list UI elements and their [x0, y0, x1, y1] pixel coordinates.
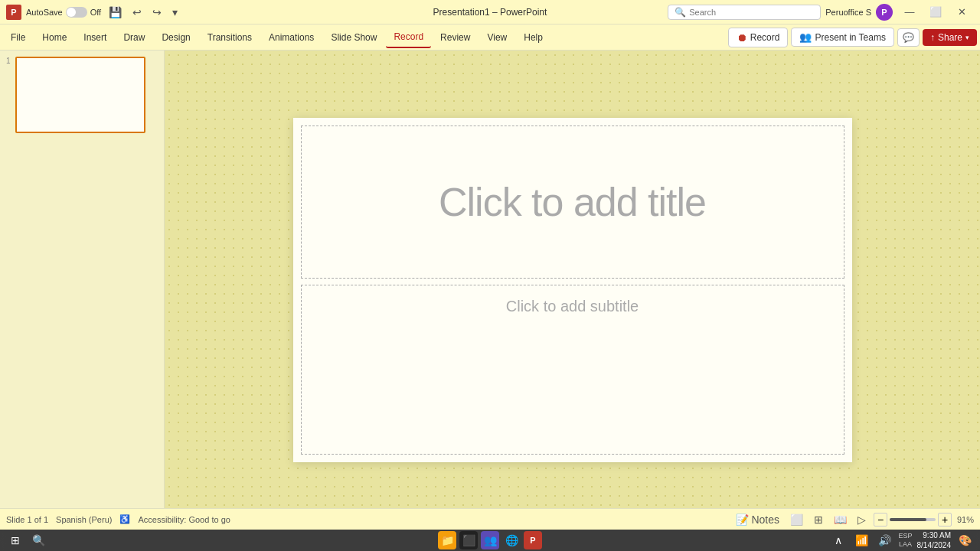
tab-view[interactable]: View: [479, 28, 514, 47]
taskbar-powerpoint[interactable]: P: [524, 531, 542, 549]
minimize-button[interactable]: —: [897, 3, 922, 21]
status-bar: Slide 1 of 1 Spanish (Peru) ♿ Accessibil…: [0, 508, 980, 530]
zoom-control: − + 91%: [874, 513, 974, 527]
ribbon-actions: ⏺ Record 👥 Present in Teams 💬 ↑ Share ▾: [728, 28, 977, 47]
language-info: Spanish (Peru): [56, 515, 112, 524]
taskbar: ⊞ 🔍 📁 ⬛ 👥 🌐 P ∧ 📶 🔊 ESPLAA 9:30 AM 8/14/…: [0, 530, 980, 551]
taskbar-language: ESPLAA: [898, 532, 912, 549]
main-area: 1 Click to add title Click to add subtit…: [0, 51, 980, 530]
redo-button[interactable]: ↪: [149, 5, 165, 20]
slide-list-item[interactable]: 1: [6, 57, 158, 133]
share-label: Share: [938, 32, 962, 43]
search-box[interactable]: 🔍: [668, 5, 821, 20]
taskbar-clock[interactable]: 9:30 AM 8/14/2024: [917, 530, 952, 550]
zoom-out-button[interactable]: −: [874, 513, 887, 527]
present-in-teams-button[interactable]: 👥 Present in Teams: [791, 28, 894, 47]
restore-button[interactable]: ⬜: [923, 3, 948, 21]
zoom-in-button[interactable]: +: [938, 513, 952, 527]
slide-canvas[interactable]: Click to add title Click to add subtitle: [293, 118, 852, 462]
customize-button[interactable]: ▾: [169, 5, 181, 20]
tab-animations[interactable]: Animations: [261, 28, 322, 47]
share-button[interactable]: ↑ Share ▾: [923, 29, 977, 46]
notes-label: Notes: [751, 514, 779, 526]
tab-transitions[interactable]: Transitions: [200, 28, 260, 47]
subtitle-text-box[interactable]: Click to add subtitle: [301, 285, 844, 455]
search-input[interactable]: [689, 8, 812, 17]
title-bar-left: P AutoSave Off 💾 ↩ ↪ ▾: [6, 5, 181, 20]
slides-panel: 1: [0, 51, 165, 530]
notes-toggle-button[interactable]: 📝 Notes: [733, 512, 782, 527]
search-icon: 🔍: [675, 7, 686, 18]
window-title: Presentation1 – PowerPoint: [433, 7, 547, 18]
reading-view-button[interactable]: 📖: [831, 512, 850, 527]
canvas-area[interactable]: Click to add title Click to add subtitle: [165, 51, 980, 530]
taskbar-teams[interactable]: 👥: [481, 531, 499, 549]
accessibility-icon: ♿: [119, 514, 130, 524]
username-label: Peruoffice S: [825, 8, 871, 17]
slide-sorter-button[interactable]: ⊞: [811, 512, 826, 527]
title-bar-right: 🔍 Peruoffice S P — ⬜ ✕: [668, 3, 974, 21]
taskbar-date-value: 8/14/2024: [917, 540, 952, 550]
title-text-box[interactable]: Click to add title: [301, 126, 844, 279]
teams-icon: 👥: [799, 31, 812, 43]
share-dropdown-arrow: ▾: [965, 34, 969, 41]
window-controls: — ⬜ ✕: [897, 3, 974, 21]
share-icon: ↑: [930, 32, 935, 43]
autosave-area: AutoSave Off: [26, 7, 101, 18]
tab-slideshow[interactable]: Slide Show: [323, 28, 384, 47]
record-circle-icon: ⏺: [737, 31, 747, 44]
notes-icon: 📝: [736, 514, 749, 526]
autosave-state: Off: [90, 8, 101, 17]
start-button[interactable]: ⊞: [6, 531, 24, 549]
teams-label: Present in Teams: [815, 32, 886, 43]
taskbar-file-explorer[interactable]: 📁: [438, 531, 456, 549]
slide-number: 1: [6, 57, 11, 65]
close-button[interactable]: ✕: [949, 3, 974, 21]
tab-insert[interactable]: Insert: [76, 28, 114, 47]
taskbar-apps: 📁 ⬛ 👥 🌐 P: [438, 531, 542, 549]
tab-help[interactable]: Help: [516, 28, 550, 47]
tab-record[interactable]: Record: [386, 27, 431, 48]
taskbar-volume-icon[interactable]: 🔊: [875, 531, 893, 549]
slide-info: Slide 1 of 1: [6, 515, 48, 524]
record-label: Record: [750, 32, 780, 43]
taskbar-terminal[interactable]: ⬛: [459, 531, 478, 549]
tab-review[interactable]: Review: [433, 28, 478, 47]
accessibility-info: Accessibility: Good to go: [138, 515, 230, 524]
taskbar-network-icon[interactable]: 📶: [852, 531, 871, 549]
undo-button[interactable]: ↩: [129, 5, 145, 20]
tab-design[interactable]: Design: [154, 28, 198, 47]
status-bar-right: 📝 Notes ⬜ ⊞ 📖 ▷ − + 91%: [733, 512, 975, 527]
comment-icon: 💬: [903, 32, 914, 43]
comments-button[interactable]: 💬: [897, 28, 920, 47]
taskbar-theme-icon[interactable]: 🎨: [956, 531, 974, 549]
normal-view-button[interactable]: ⬜: [787, 512, 806, 527]
taskbar-chevron-button[interactable]: ∧: [829, 531, 848, 549]
taskbar-right: ∧ 📶 🔊 ESPLAA 9:30 AM 8/14/2024 🎨: [829, 530, 974, 550]
title-placeholder[interactable]: Click to add title: [439, 179, 706, 225]
zoom-level: 91%: [957, 515, 974, 524]
slide-thumbnail[interactable]: [15, 57, 145, 133]
title-bar: P AutoSave Off 💾 ↩ ↪ ▾ Presentation1 – P…: [0, 0, 980, 24]
subtitle-placeholder[interactable]: Click to add subtitle: [506, 298, 639, 315]
taskbar-chrome[interactable]: 🌐: [502, 531, 521, 549]
tab-file[interactable]: File: [3, 28, 33, 47]
user-avatar[interactable]: P: [876, 4, 893, 21]
save-button[interactable]: 💾: [106, 5, 125, 20]
taskbar-search-button[interactable]: 🔍: [29, 531, 47, 549]
autosave-label: AutoSave: [26, 8, 63, 17]
ribbon: File Home Insert Draw Design Transitions…: [0, 24, 980, 51]
slideshow-button[interactable]: ▷: [854, 512, 869, 527]
taskbar-time-value: 9:30 AM: [917, 530, 952, 540]
tab-draw[interactable]: Draw: [116, 28, 152, 47]
tab-home[interactable]: Home: [34, 28, 74, 47]
powerpoint-app-icon: P: [6, 5, 21, 20]
record-button[interactable]: ⏺ Record: [728, 28, 789, 47]
zoom-slider[interactable]: [890, 518, 936, 521]
autosave-toggle[interactable]: [66, 7, 87, 18]
